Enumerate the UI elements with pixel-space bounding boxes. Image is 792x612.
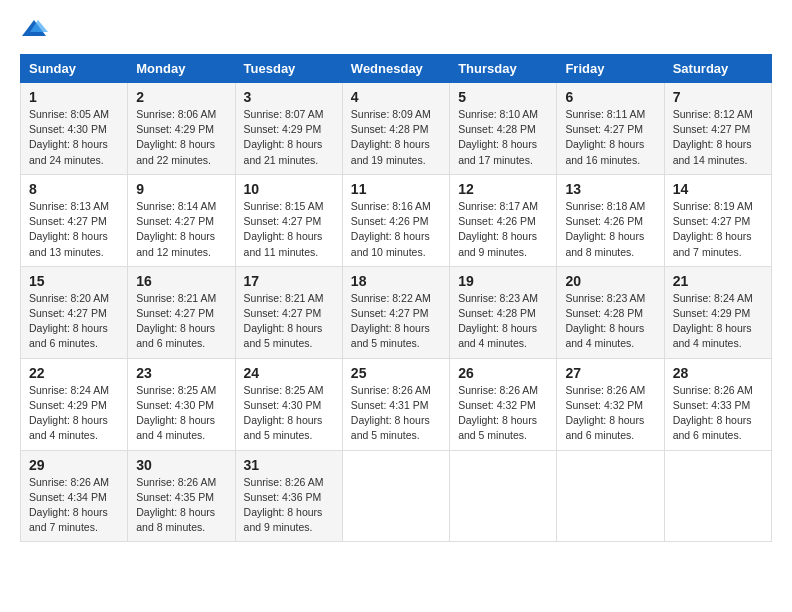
day-info: Sunrise: 8:24 AM Sunset: 4:29 PM Dayligh… (29, 383, 119, 444)
sunrise-label: Sunrise: 8:15 AM (244, 200, 324, 212)
sunset-label: Sunset: 4:27 PM (673, 215, 751, 227)
calendar-cell (342, 450, 449, 542)
day-number: 19 (458, 273, 548, 289)
calendar-cell: 21 Sunrise: 8:24 AM Sunset: 4:29 PM Dayl… (664, 266, 771, 358)
daylight-label: Daylight: 8 hours and 24 minutes. (29, 138, 108, 165)
sunrise-label: Sunrise: 8:17 AM (458, 200, 538, 212)
sunset-label: Sunset: 4:26 PM (351, 215, 429, 227)
col-header-saturday: Saturday (664, 55, 771, 83)
day-info: Sunrise: 8:15 AM Sunset: 4:27 PM Dayligh… (244, 199, 334, 260)
sunset-label: Sunset: 4:27 PM (673, 123, 751, 135)
sunrise-label: Sunrise: 8:26 AM (351, 384, 431, 396)
day-info: Sunrise: 8:21 AM Sunset: 4:27 PM Dayligh… (136, 291, 226, 352)
daylight-label: Daylight: 8 hours and 4 minutes. (136, 414, 215, 441)
day-info: Sunrise: 8:20 AM Sunset: 4:27 PM Dayligh… (29, 291, 119, 352)
calendar-cell: 24 Sunrise: 8:25 AM Sunset: 4:30 PM Dayl… (235, 358, 342, 450)
calendar-cell: 20 Sunrise: 8:23 AM Sunset: 4:28 PM Dayl… (557, 266, 664, 358)
daylight-label: Daylight: 8 hours and 16 minutes. (565, 138, 644, 165)
col-header-wednesday: Wednesday (342, 55, 449, 83)
daylight-label: Daylight: 8 hours and 8 minutes. (136, 506, 215, 533)
calendar-cell: 11 Sunrise: 8:16 AM Sunset: 4:26 PM Dayl… (342, 174, 449, 266)
day-number: 3 (244, 89, 334, 105)
day-info: Sunrise: 8:06 AM Sunset: 4:29 PM Dayligh… (136, 107, 226, 168)
col-header-monday: Monday (128, 55, 235, 83)
day-number: 26 (458, 365, 548, 381)
sunrise-label: Sunrise: 8:24 AM (673, 292, 753, 304)
daylight-label: Daylight: 8 hours and 13 minutes. (29, 230, 108, 257)
sunset-label: Sunset: 4:36 PM (244, 491, 322, 503)
logo (20, 16, 52, 44)
daylight-label: Daylight: 8 hours and 8 minutes. (565, 230, 644, 257)
day-info: Sunrise: 8:26 AM Sunset: 4:36 PM Dayligh… (244, 475, 334, 536)
sunset-label: Sunset: 4:29 PM (136, 123, 214, 135)
daylight-label: Daylight: 8 hours and 5 minutes. (351, 414, 430, 441)
day-info: Sunrise: 8:25 AM Sunset: 4:30 PM Dayligh… (136, 383, 226, 444)
sunset-label: Sunset: 4:27 PM (244, 307, 322, 319)
calendar-cell: 17 Sunrise: 8:21 AM Sunset: 4:27 PM Dayl… (235, 266, 342, 358)
sunrise-label: Sunrise: 8:24 AM (29, 384, 109, 396)
daylight-label: Daylight: 8 hours and 4 minutes. (565, 322, 644, 349)
daylight-label: Daylight: 8 hours and 19 minutes. (351, 138, 430, 165)
calendar-week-row: 29 Sunrise: 8:26 AM Sunset: 4:34 PM Dayl… (21, 450, 772, 542)
day-number: 24 (244, 365, 334, 381)
sunset-label: Sunset: 4:30 PM (244, 399, 322, 411)
sunset-label: Sunset: 4:27 PM (29, 215, 107, 227)
sunset-label: Sunset: 4:35 PM (136, 491, 214, 503)
sunrise-label: Sunrise: 8:18 AM (565, 200, 645, 212)
day-number: 30 (136, 457, 226, 473)
day-info: Sunrise: 8:26 AM Sunset: 4:33 PM Dayligh… (673, 383, 763, 444)
col-header-friday: Friday (557, 55, 664, 83)
day-number: 6 (565, 89, 655, 105)
day-info: Sunrise: 8:10 AM Sunset: 4:28 PM Dayligh… (458, 107, 548, 168)
day-number: 16 (136, 273, 226, 289)
sunset-label: Sunset: 4:32 PM (458, 399, 536, 411)
sunrise-label: Sunrise: 8:10 AM (458, 108, 538, 120)
sunrise-label: Sunrise: 8:20 AM (29, 292, 109, 304)
day-number: 23 (136, 365, 226, 381)
day-info: Sunrise: 8:12 AM Sunset: 4:27 PM Dayligh… (673, 107, 763, 168)
sunrise-label: Sunrise: 8:06 AM (136, 108, 216, 120)
sunset-label: Sunset: 4:27 PM (29, 307, 107, 319)
sunset-label: Sunset: 4:26 PM (565, 215, 643, 227)
sunrise-label: Sunrise: 8:07 AM (244, 108, 324, 120)
daylight-label: Daylight: 8 hours and 6 minutes. (136, 322, 215, 349)
daylight-label: Daylight: 8 hours and 4 minutes. (458, 322, 537, 349)
daylight-label: Daylight: 8 hours and 12 minutes. (136, 230, 215, 257)
sunset-label: Sunset: 4:28 PM (458, 123, 536, 135)
day-info: Sunrise: 8:26 AM Sunset: 4:32 PM Dayligh… (458, 383, 548, 444)
day-number: 14 (673, 181, 763, 197)
sunrise-label: Sunrise: 8:23 AM (565, 292, 645, 304)
calendar-cell: 7 Sunrise: 8:12 AM Sunset: 4:27 PM Dayli… (664, 83, 771, 175)
calendar-cell: 29 Sunrise: 8:26 AM Sunset: 4:34 PM Dayl… (21, 450, 128, 542)
sunset-label: Sunset: 4:33 PM (673, 399, 751, 411)
sunset-label: Sunset: 4:30 PM (136, 399, 214, 411)
sunrise-label: Sunrise: 8:26 AM (29, 476, 109, 488)
daylight-label: Daylight: 8 hours and 9 minutes. (244, 506, 323, 533)
day-number: 7 (673, 89, 763, 105)
sunrise-label: Sunrise: 8:09 AM (351, 108, 431, 120)
calendar-cell: 23 Sunrise: 8:25 AM Sunset: 4:30 PM Dayl… (128, 358, 235, 450)
daylight-label: Daylight: 8 hours and 14 minutes. (673, 138, 752, 165)
daylight-label: Daylight: 8 hours and 7 minutes. (29, 506, 108, 533)
sunset-label: Sunset: 4:27 PM (565, 123, 643, 135)
daylight-label: Daylight: 8 hours and 6 minutes. (673, 414, 752, 441)
day-info: Sunrise: 8:26 AM Sunset: 4:32 PM Dayligh… (565, 383, 655, 444)
day-info: Sunrise: 8:22 AM Sunset: 4:27 PM Dayligh… (351, 291, 441, 352)
day-info: Sunrise: 8:21 AM Sunset: 4:27 PM Dayligh… (244, 291, 334, 352)
daylight-label: Daylight: 8 hours and 17 minutes. (458, 138, 537, 165)
day-number: 4 (351, 89, 441, 105)
sunrise-label: Sunrise: 8:25 AM (244, 384, 324, 396)
calendar-cell: 22 Sunrise: 8:24 AM Sunset: 4:29 PM Dayl… (21, 358, 128, 450)
daylight-label: Daylight: 8 hours and 10 minutes. (351, 230, 430, 257)
calendar-week-row: 22 Sunrise: 8:24 AM Sunset: 4:29 PM Dayl… (21, 358, 772, 450)
calendar-cell (450, 450, 557, 542)
day-info: Sunrise: 8:11 AM Sunset: 4:27 PM Dayligh… (565, 107, 655, 168)
sunrise-label: Sunrise: 8:26 AM (458, 384, 538, 396)
calendar-cell: 3 Sunrise: 8:07 AM Sunset: 4:29 PM Dayli… (235, 83, 342, 175)
daylight-label: Daylight: 8 hours and 6 minutes. (29, 322, 108, 349)
day-number: 12 (458, 181, 548, 197)
day-info: Sunrise: 8:16 AM Sunset: 4:26 PM Dayligh… (351, 199, 441, 260)
day-info: Sunrise: 8:25 AM Sunset: 4:30 PM Dayligh… (244, 383, 334, 444)
sunset-label: Sunset: 4:28 PM (458, 307, 536, 319)
sunset-label: Sunset: 4:31 PM (351, 399, 429, 411)
